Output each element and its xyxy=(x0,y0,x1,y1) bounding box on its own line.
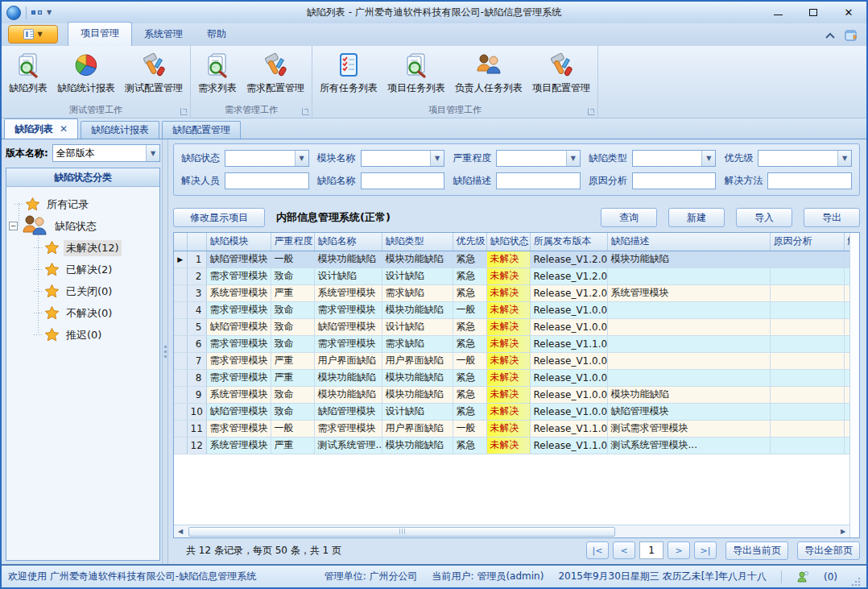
dialog-launcher-icon[interactable] xyxy=(302,108,309,115)
filter-combo-value[interactable] xyxy=(758,151,837,166)
application-menu-button[interactable]: ▼ xyxy=(8,25,58,44)
table-row[interactable]: 7需求管理模块严重用户界面缺陷用户界面缺陷一般未解决Release_V1.0.0 xyxy=(174,352,849,369)
table-row[interactable]: 3系统管理模块严重系统管理模块需求缺陷紧急未解决Release_V1.2.0系统… xyxy=(174,284,849,301)
document-tab[interactable]: 缺陷统计报表 xyxy=(81,121,159,139)
column-header[interactable]: 所属发布版本 xyxy=(530,233,607,251)
filter-combo-defect-status[interactable]: ▼ xyxy=(225,150,309,167)
layout-grid-icon[interactable] xyxy=(31,10,42,15)
tree-expander-icon[interactable]: − xyxy=(9,222,18,230)
filter-text-input[interactable] xyxy=(768,173,851,189)
dialog-launcher-icon[interactable] xyxy=(588,108,595,115)
export-current-page-button[interactable]: 导出当前页 xyxy=(725,541,788,560)
filter-text-input[interactable] xyxy=(362,173,444,189)
column-header[interactable]: 缺陷描述 xyxy=(607,233,770,251)
column-header[interactable]: 严重程度 xyxy=(271,233,314,251)
prev-page-button[interactable]: < xyxy=(613,541,635,559)
action-button[interactable]: 查询 xyxy=(601,208,657,227)
table-cell: Release_V1.1.0 xyxy=(530,335,607,352)
close-button[interactable]: ✕ xyxy=(831,2,866,23)
chevron-down-icon[interactable]: ▼ xyxy=(837,151,851,166)
table-row[interactable]: 11需求管理模块一般需求管理模块用户界面缺陷一般未解决Release_V1.1.… xyxy=(174,420,849,437)
ribbon-tab[interactable]: 项目管理 xyxy=(68,22,132,46)
column-header[interactable]: 缺陷模块 xyxy=(206,233,271,251)
table-row[interactable]: 10缺陷管理模块致命缺陷管理模块设计缺陷紧急未解决Release_V1.0.0缺… xyxy=(174,403,849,420)
action-button[interactable]: 导入 xyxy=(736,208,792,227)
tree-item[interactable]: 推迟(0) xyxy=(6,324,159,346)
column-header[interactable]: 缺陷类型 xyxy=(382,233,453,251)
modify-display-items-button[interactable]: 修改显示项目 xyxy=(173,208,265,227)
maximize-button[interactable] xyxy=(796,2,831,23)
tree-item[interactable]: 未解决(12) xyxy=(6,237,159,259)
table-row[interactable]: 8需求管理模块严重模块功能缺陷模块功能缺陷紧急未解决Release_V1.0.0 xyxy=(174,369,849,386)
column-header[interactable]: 缺陷名称 xyxy=(314,233,382,251)
chevron-down-icon[interactable]: ▼ xyxy=(295,151,308,166)
ribbon-button[interactable]: 缺陷列表 xyxy=(5,48,52,104)
table-row[interactable]: ▶1缺陷管理模块一般模块功能缺陷模块功能缺陷紧急未解决Release_V1.2.… xyxy=(174,251,849,268)
ribbon-button[interactable]: 所有任务列表 xyxy=(316,48,382,104)
export-all-pages-button[interactable]: 导出全部页 xyxy=(797,541,860,560)
chevron-down-icon[interactable]: ▼ xyxy=(566,151,580,166)
column-header[interactable]: 原因分析 xyxy=(770,233,844,251)
ribbon-button[interactable]: 测试配置管理 xyxy=(121,48,187,104)
table-row[interactable]: 5缺陷管理模块致命缺陷管理模块设计缺陷紧急未解决Release_V1.0.0 xyxy=(174,318,849,335)
chevron-up-icon[interactable] xyxy=(825,31,836,39)
filter-text-input[interactable] xyxy=(225,173,308,189)
tree-item[interactable]: 不解决(0) xyxy=(6,302,159,324)
filter-combo-defect-type[interactable]: ▼ xyxy=(632,150,717,167)
filter-combo-value[interactable] xyxy=(225,151,295,166)
action-button[interactable]: 导出 xyxy=(804,208,860,227)
dialog-launcher-icon[interactable] xyxy=(180,108,188,115)
help-icon[interactable] xyxy=(844,28,858,43)
scroll-right-icon[interactable]: ▶ xyxy=(837,525,849,537)
chevron-down-icon[interactable]: ▼ xyxy=(146,145,159,161)
close-tab-icon[interactable]: ✕ xyxy=(60,124,68,134)
chevron-down-icon[interactable]: ▼ xyxy=(701,151,715,166)
column-header[interactable]: 解决方法 xyxy=(844,233,849,251)
filter-combo-value[interactable] xyxy=(362,151,431,166)
table-row[interactable]: 9系统管理模块致命模块功能缺陷模块功能缺陷紧急未解决Release_V1.0.0… xyxy=(174,386,849,403)
column-header[interactable]: 优先级 xyxy=(453,233,486,251)
ribbon-button[interactable]: 项目任务列表 xyxy=(383,48,449,104)
last-page-button[interactable]: >| xyxy=(694,541,717,559)
version-combo[interactable]: ▼ xyxy=(52,144,160,162)
table-row[interactable]: 12系统管理模块严重测试系统管理...模块功能缺陷紧急未解决Release_V1… xyxy=(174,437,849,454)
table-row[interactable]: 2需求管理模块致命设计缺陷设计缺陷紧急未解决Release_V1.2.0 xyxy=(174,268,849,284)
version-combo-value[interactable] xyxy=(53,145,146,161)
chevron-down-icon[interactable]: ▼ xyxy=(47,9,52,16)
splitter-handle[interactable] xyxy=(162,139,168,564)
column-header[interactable]: 缺陷状态 xyxy=(486,233,530,251)
tree-item[interactable]: −缺陷状态 xyxy=(6,215,159,237)
resize-grip-icon[interactable] xyxy=(852,578,860,586)
chevron-down-icon[interactable]: ▼ xyxy=(430,151,444,166)
scroll-left-icon[interactable]: ◀ xyxy=(174,525,187,537)
document-tab[interactable]: 缺陷列表✕ xyxy=(4,118,78,139)
ribbon-tab[interactable]: 系统管理 xyxy=(132,23,195,46)
next-page-button[interactable]: > xyxy=(668,541,690,559)
table-row[interactable]: 6需求管理模块致命需求管理模块需求缺陷紧急未解决Release_V1.1.0 xyxy=(174,335,849,352)
app-logo-icon[interactable] xyxy=(6,6,21,20)
ribbon-button[interactable]: 需求配置管理 xyxy=(242,48,308,104)
ribbon-button[interactable]: 项目配置管理 xyxy=(528,48,594,104)
vertical-scrollbar[interactable] xyxy=(849,233,859,537)
ribbon-button[interactable]: 缺陷统计报表 xyxy=(53,48,119,104)
filter-combo-value[interactable] xyxy=(497,151,566,166)
filter-combo-priority[interactable]: ▼ xyxy=(758,150,852,167)
scrollbar-thumb[interactable] xyxy=(188,527,615,537)
tree-item[interactable]: 已解决(2) xyxy=(6,259,159,280)
page-number-input[interactable] xyxy=(639,541,663,559)
filter-combo-value[interactable] xyxy=(633,151,702,166)
first-page-button[interactable]: |< xyxy=(586,541,609,559)
horizontal-scrollbar[interactable]: ◀ ▶ xyxy=(174,525,849,537)
action-button[interactable]: 新建 xyxy=(668,208,725,227)
filter-text-input[interactable] xyxy=(497,173,580,189)
ribbon-button[interactable]: 需求列表 xyxy=(194,48,241,104)
filter-text-input[interactable] xyxy=(633,173,716,189)
table-row[interactable]: 4需求管理模块致命需求管理模块模块功能缺陷一般未解决Release_V1.0.0 xyxy=(174,301,849,318)
minimize-button[interactable] xyxy=(760,2,796,23)
filter-combo-module-name[interactable]: ▼ xyxy=(361,150,445,167)
document-tab[interactable]: 缺陷配置管理 xyxy=(162,121,241,139)
ribbon-button[interactable]: 负责人任务列表 xyxy=(451,48,527,104)
ribbon-tab[interactable]: 帮助 xyxy=(195,23,238,46)
filter-combo-severity[interactable]: ▼ xyxy=(496,150,581,167)
tree-item[interactable]: 已关闭(0) xyxy=(6,280,159,302)
